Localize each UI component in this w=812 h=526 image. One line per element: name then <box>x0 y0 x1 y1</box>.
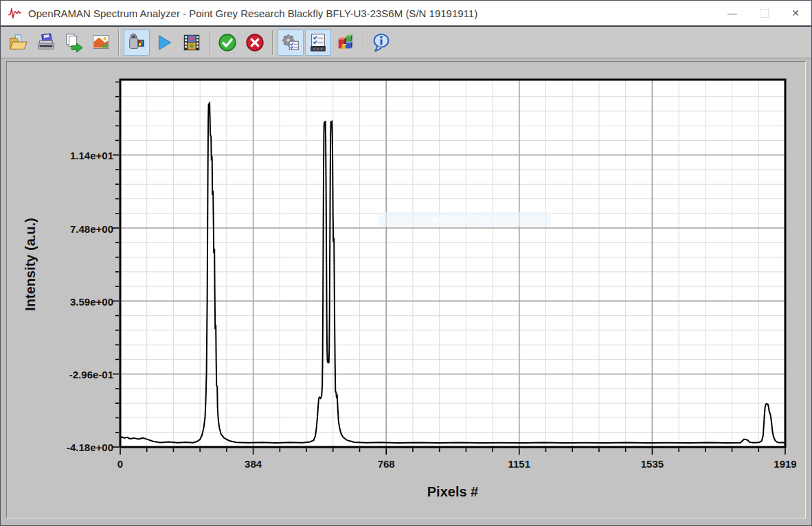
open-folder-icon <box>8 32 29 53</box>
film-icon <box>181 32 202 53</box>
toolbar-separator <box>272 30 273 55</box>
camera-settings-button[interactable] <box>278 30 304 56</box>
chart-panel: Window Snip 1.14e+01 7.48e+00 3.59e+00 -… <box>6 61 806 518</box>
close-button[interactable]: ✕ <box>780 1 811 25</box>
app-logo-icon <box>8 5 23 21</box>
x-tick-label: 1535 <box>624 457 679 471</box>
save-icon <box>36 32 56 53</box>
cancel-button[interactable] <box>242 30 268 56</box>
toolbar-separator <box>363 30 364 55</box>
gear-settings-icon <box>280 32 301 53</box>
info-icon <box>371 32 392 53</box>
y-tick-label: -4.18e+00 <box>34 441 113 455</box>
window-title: OpenRAMAN Spectrum Analyzer - Point Grey… <box>28 8 477 19</box>
y-tick-label: -2.96e-01 <box>34 368 113 382</box>
toolbar <box>1 27 811 58</box>
y-tick-label: 3.59e+00 <box>34 295 113 309</box>
toolbar-separator <box>118 30 120 55</box>
spectrum-plot[interactable] <box>112 71 793 455</box>
export-copy-icon <box>63 32 84 53</box>
title-bar: OpenRAMAN Spectrum Analyzer - Point Grey… <box>1 1 811 25</box>
blocks-chart-icon <box>335 32 356 53</box>
main-area: Window Snip 1.14e+01 7.48e+00 3.59e+00 -… <box>1 58 811 526</box>
camera-connect-button[interactable] <box>124 30 150 56</box>
play-icon <box>154 32 174 53</box>
y-axis-title: Intensity (a.u.) <box>23 161 42 367</box>
image-icon <box>91 32 111 53</box>
save-button[interactable] <box>33 30 59 56</box>
x-axis-title: Pixels # <box>120 484 785 500</box>
open-button[interactable] <box>5 30 32 56</box>
accept-check-icon <box>217 32 238 53</box>
checklist-icon <box>308 32 328 53</box>
record-button[interactable] <box>179 30 205 56</box>
app-window: OpenRAMAN Spectrum Analyzer - Point Grey… <box>0 0 812 526</box>
x-tick-label: 1151 <box>492 457 547 471</box>
x-tick-label: 768 <box>359 457 414 471</box>
play-button[interactable] <box>151 30 177 56</box>
screenshot-button[interactable] <box>88 30 114 56</box>
maximize-icon <box>760 9 769 18</box>
accept-button[interactable] <box>214 30 240 56</box>
y-tick-label: 7.48e+00 <box>34 222 113 236</box>
acquisition-settings-button[interactable] <box>305 30 331 56</box>
x-tick-label: 1919 <box>758 457 812 471</box>
x-tick-label: 0 <box>93 457 148 471</box>
cancel-x-icon <box>245 32 265 53</box>
maximize-button[interactable] <box>748 1 780 25</box>
toolbar-separator <box>209 30 210 55</box>
y-tick-label: 1.14e+01 <box>34 149 113 163</box>
window-controls: — ✕ <box>717 1 811 25</box>
export-button[interactable] <box>60 30 87 56</box>
x-tick-label: 384 <box>226 457 281 471</box>
about-button[interactable] <box>368 30 394 56</box>
camera-icon <box>126 32 147 53</box>
minimize-button[interactable]: — <box>717 1 748 25</box>
graph-settings-button[interactable] <box>332 30 359 56</box>
